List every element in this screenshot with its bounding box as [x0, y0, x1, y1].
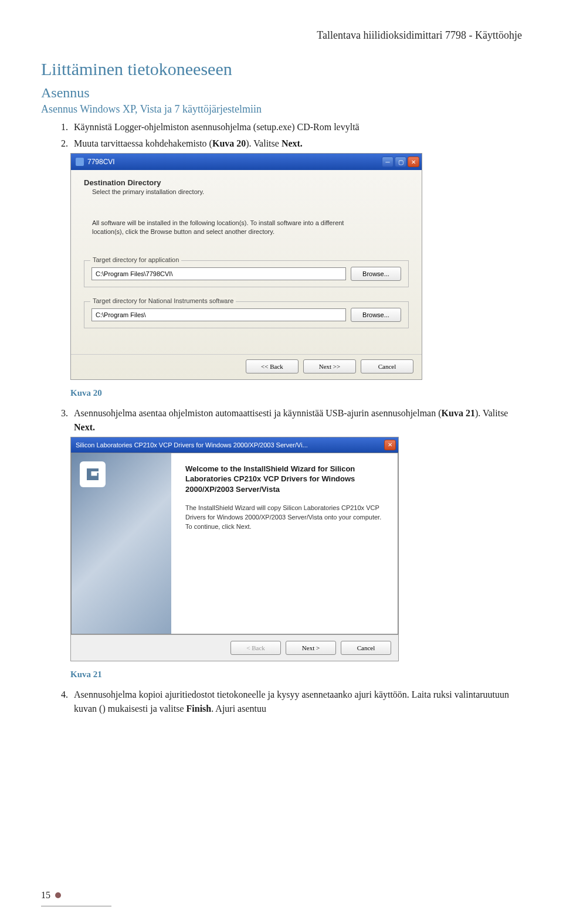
title-bar: Silicon Laboratories CP210x VCP Drivers …: [71, 437, 398, 453]
steps-list-3: Asennusohjelma kopioi ajuritiedostot tie…: [41, 688, 522, 716]
installer-heading: Destination Directory: [84, 178, 409, 187]
cancel-button[interactable]: Cancel: [341, 641, 391, 655]
cancel-button[interactable]: Cancel: [361, 359, 413, 373]
page-number: 15: [41, 890, 50, 901]
maximize-button[interactable]: ▢: [395, 157, 406, 167]
footer-rule: [41, 906, 111, 906]
document-header: Tallentava hiilidioksidimittari 7798 - K…: [41, 29, 522, 42]
browse-button[interactable]: Browse...: [351, 308, 401, 322]
heading-3: Asennus Windows XP, Vista ja 7 käyttöjär…: [41, 103, 522, 116]
browse-button[interactable]: Browse...: [351, 267, 401, 281]
figure-caption-21: Kuva 21: [70, 670, 522, 680]
close-button[interactable]: ✕: [384, 440, 396, 450]
window-title: 7798CVI: [87, 158, 115, 166]
back-button[interactable]: << Back: [246, 359, 299, 373]
target-dir-ni-group: Target directory for National Instrument…: [84, 301, 409, 328]
footer-dot-icon: [55, 892, 61, 898]
ni-path-input[interactable]: [91, 308, 346, 321]
installer-subheading: Select the primary installation director…: [92, 188, 409, 195]
installshield-logo-icon: [80, 461, 106, 487]
next-button[interactable]: Next >: [286, 641, 336, 655]
group-legend: Target directory for application: [90, 256, 181, 263]
minimize-button[interactable]: ─: [382, 157, 394, 167]
next-button[interactable]: Next >>: [303, 359, 356, 373]
welcome-description: The InstallShield Wizard will copy Silic…: [185, 504, 384, 532]
installer-screenshot-2: Silicon Laboratories CP210x VCP Drivers …: [70, 437, 399, 661]
back-button: < Back: [230, 641, 281, 655]
heading-2: Asennus: [41, 85, 522, 101]
step-2: Muuta tarvittaessa kohdehakemisto (Kuva …: [70, 137, 522, 151]
installer-screenshot-1: 7798CVI ─ ▢ ✕ Destination Directory Sele…: [70, 153, 422, 380]
steps-list-1: Käynnistä Logger-ohjelmiston asennusohje…: [41, 120, 522, 151]
app-icon: [76, 158, 84, 166]
group-legend: Target directory for National Instrument…: [90, 297, 236, 304]
app-path-input[interactable]: [91, 267, 346, 280]
installshield-sidebar: [72, 453, 171, 634]
target-dir-app-group: Target directory for application Browse.…: [84, 260, 409, 287]
installer-description: All software will be installed in the fo…: [92, 219, 344, 237]
page-footer: 15: [41, 890, 61, 901]
window-title: Silicon Laboratories CP210x VCP Drivers …: [76, 441, 308, 449]
heading-1: Liittäminen tietokoneeseen: [41, 59, 522, 79]
close-button[interactable]: ✕: [408, 157, 419, 167]
step-1: Käynnistä Logger-ohjelmiston asennusohje…: [70, 120, 522, 134]
figure-caption-20: Kuva 20: [70, 388, 522, 398]
step-3: Asennusohjelma asentaa ohjelmiston autom…: [70, 406, 522, 434]
welcome-heading: Welcome to the InstallShield Wizard for …: [185, 464, 384, 495]
step-4: Asennusohjelma kopioi ajuritiedostot tie…: [70, 688, 522, 716]
title-bar: 7798CVI ─ ▢ ✕: [71, 154, 422, 170]
steps-list-2: Asennusohjelma asentaa ohjelmiston autom…: [41, 406, 522, 434]
